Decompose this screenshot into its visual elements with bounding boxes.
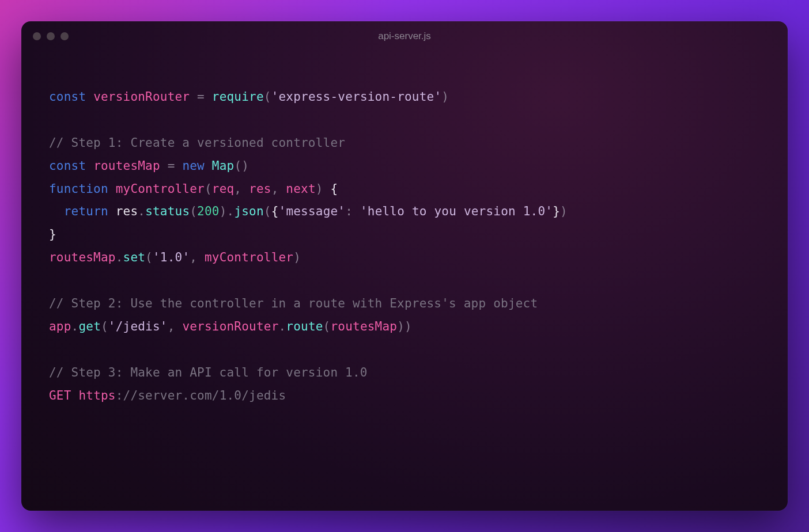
keyword-const: const xyxy=(49,159,86,173)
paren: ( xyxy=(264,204,271,218)
code-line: } xyxy=(49,227,56,241)
paren: ) xyxy=(441,90,449,104)
code-line: GET https://server.com/1.0/jedis xyxy=(49,389,286,402)
brace: } xyxy=(553,204,560,218)
keyword-return: return xyxy=(64,204,108,218)
fn-require: require xyxy=(212,90,264,104)
method: status xyxy=(145,204,190,218)
code-line: routesMap.set('1.0', myController) xyxy=(49,250,301,264)
param: req xyxy=(212,182,235,196)
number: 200 xyxy=(197,204,220,218)
code-line: return res.status(200).json({'message': … xyxy=(49,204,568,218)
method: route xyxy=(286,320,323,333)
paren: ) xyxy=(560,204,568,218)
code-line: app.get('/jedis', versionRouter.route(ro… xyxy=(49,320,412,333)
code-line: // Step 2: Use the controller in a route… xyxy=(49,297,538,310)
comma: , xyxy=(271,182,279,196)
keyword-function: function xyxy=(49,182,108,196)
minimize-icon[interactable] xyxy=(47,32,55,40)
identifier: routesMap xyxy=(330,320,397,333)
indent xyxy=(49,204,64,218)
paren: ( xyxy=(323,320,331,333)
brace: { xyxy=(271,204,279,218)
comma: , xyxy=(190,250,197,264)
colon: : xyxy=(345,204,353,218)
paren: ) xyxy=(397,320,404,333)
method: json xyxy=(234,204,263,218)
brace: } xyxy=(49,227,56,241)
paren: ) xyxy=(404,320,412,333)
paren: ( xyxy=(205,182,212,196)
keyword-new: new xyxy=(182,159,205,173)
identifier: app xyxy=(49,320,71,333)
dot: . xyxy=(116,250,123,264)
code-line: const routesMap = new Map() xyxy=(49,159,249,173)
paren: ( xyxy=(101,320,108,333)
method: set xyxy=(123,250,146,264)
close-icon[interactable] xyxy=(33,32,41,40)
keyword-const: const xyxy=(49,90,86,104)
identifier: routesMap xyxy=(93,159,160,173)
identifier: res xyxy=(116,204,138,218)
paren: ) xyxy=(293,250,301,264)
code-line: // Step 3: Make an API call for version … xyxy=(49,366,368,379)
dot: . xyxy=(138,204,145,218)
operator: = xyxy=(197,90,205,104)
paren: ) xyxy=(316,182,323,196)
comment: // Step 2: Use the controller in a route… xyxy=(49,297,538,310)
string: '1.0' xyxy=(153,250,190,264)
titlebar: api-server.js xyxy=(21,21,788,51)
comment: // Step 3: Make an API call for version … xyxy=(49,366,368,379)
method: get xyxy=(78,320,101,333)
paren: ) xyxy=(220,204,227,218)
window-title: api-server.js xyxy=(378,31,431,42)
dot: . xyxy=(227,204,235,218)
dot: . xyxy=(71,320,79,333)
param: res xyxy=(249,182,271,196)
function-name: myController xyxy=(116,182,205,196)
identifier: routesMap xyxy=(49,250,116,264)
param: next xyxy=(286,182,315,196)
dot: . xyxy=(278,320,286,333)
comma: , xyxy=(168,320,175,333)
paren: ( xyxy=(264,90,271,104)
url-rest: ://server.com/1.0/jedis xyxy=(116,389,286,402)
code-line: function myController(req, res, next) { xyxy=(49,182,338,196)
brace: { xyxy=(331,182,338,196)
string-value: 'hello to you version 1.0' xyxy=(360,204,553,218)
code-line: const versionRouter = require('express-v… xyxy=(49,90,449,104)
editor-window: api-server.js const versionRouter = requ… xyxy=(21,21,788,511)
string-key: 'message' xyxy=(279,204,346,218)
code-area[interactable]: const versionRouter = require('express-v… xyxy=(21,51,788,430)
paren: ( xyxy=(145,250,153,264)
comment: // Step 1: Create a versioned controller xyxy=(49,136,345,150)
operator: = xyxy=(168,159,175,173)
identifier: versionRouter xyxy=(182,320,278,333)
identifier: versionRouter xyxy=(93,90,190,104)
http-verb: GET xyxy=(49,389,71,402)
paren: ( xyxy=(190,204,197,218)
url-scheme: https xyxy=(78,389,115,402)
string: 'express-version-route' xyxy=(271,90,442,104)
window-controls xyxy=(33,32,69,40)
code-line: // Step 1: Create a versioned controller xyxy=(49,136,345,150)
class-map: Map xyxy=(212,159,235,173)
comma: , xyxy=(234,182,241,196)
maximize-icon[interactable] xyxy=(61,32,69,40)
parens: () xyxy=(234,159,249,173)
identifier: myController xyxy=(205,250,293,264)
string: '/jedis' xyxy=(108,320,168,333)
